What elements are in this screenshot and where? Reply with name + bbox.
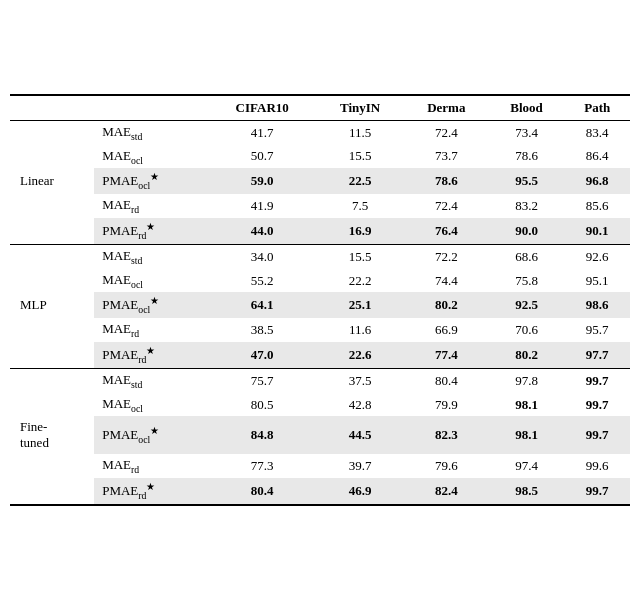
method-label: MAErd (94, 318, 208, 342)
value-cell: 98.1 (489, 416, 565, 454)
value-cell: 80.4 (208, 478, 316, 505)
group-label: MLP (10, 292, 94, 318)
value-cell: 37.5 (316, 369, 404, 393)
value-cell: 70.6 (489, 318, 565, 342)
table-row: PMAErd★47.022.677.480.297.7 (10, 342, 630, 368)
value-cell: 83.4 (564, 121, 630, 145)
table-row: MAEocl55.222.274.475.895.1 (10, 269, 630, 293)
value-cell: 80.5 (208, 393, 316, 417)
value-cell: 96.8 (564, 168, 630, 194)
value-cell: 98.1 (489, 393, 565, 417)
group-label (10, 318, 94, 342)
method-label: PMAEocl★ (94, 168, 208, 194)
col-empty2 (94, 95, 208, 121)
value-cell: 99.7 (564, 393, 630, 417)
group-label (10, 342, 94, 368)
value-cell: 97.4 (489, 454, 565, 478)
table-row: MAEstd41.711.572.473.483.4 (10, 121, 630, 145)
value-cell: 66.9 (404, 318, 489, 342)
value-cell: 42.8 (316, 393, 404, 417)
value-cell: 75.7 (208, 369, 316, 393)
value-cell: 99.6 (564, 454, 630, 478)
group-label: Linear (10, 168, 94, 194)
table-row: PMAErd★80.446.982.498.599.7 (10, 478, 630, 505)
value-cell: 16.9 (316, 218, 404, 244)
group-label (10, 269, 94, 293)
method-label: MAEocl (94, 145, 208, 169)
table-row: MAEstd34.015.572.268.692.6 (10, 245, 630, 269)
value-cell: 41.7 (208, 121, 316, 145)
value-cell: 75.8 (489, 269, 565, 293)
col-cifar10: CIFAR10 (208, 95, 316, 121)
value-cell: 44.5 (316, 416, 404, 454)
value-cell: 98.5 (489, 478, 565, 505)
value-cell: 98.6 (564, 292, 630, 318)
value-cell: 76.4 (404, 218, 489, 244)
method-label: MAEstd (94, 121, 208, 145)
col-empty1 (10, 95, 94, 121)
value-cell: 83.2 (489, 194, 565, 218)
group-label (10, 121, 94, 145)
method-label: MAEocl (94, 269, 208, 293)
value-cell: 55.2 (208, 269, 316, 293)
value-cell: 80.2 (489, 342, 565, 368)
value-cell: 11.5 (316, 121, 404, 145)
value-cell: 72.4 (404, 194, 489, 218)
value-cell: 38.5 (208, 318, 316, 342)
value-cell: 39.7 (316, 454, 404, 478)
method-label: MAEstd (94, 369, 208, 393)
table-row: MAEocl50.715.573.778.686.4 (10, 145, 630, 169)
method-label: PMAErd★ (94, 342, 208, 368)
results-table: CIFAR10 TinyIN Derma Blood Path MAEstd41… (10, 94, 630, 506)
value-cell: 78.6 (404, 168, 489, 194)
value-cell: 22.6 (316, 342, 404, 368)
table-row: MAErd38.511.666.970.695.7 (10, 318, 630, 342)
method-label: MAEocl (94, 393, 208, 417)
value-cell: 25.1 (316, 292, 404, 318)
method-label: MAErd (94, 194, 208, 218)
table-row: LinearPMAEocl★59.022.578.695.596.8 (10, 168, 630, 194)
value-cell: 44.0 (208, 218, 316, 244)
value-cell: 90.0 (489, 218, 565, 244)
group-label (10, 369, 94, 393)
table-container: CIFAR10 TinyIN Derma Blood Path MAEstd41… (10, 94, 630, 506)
value-cell: 92.5 (489, 292, 565, 318)
value-cell: 11.6 (316, 318, 404, 342)
group-label (10, 218, 94, 244)
value-cell: 74.4 (404, 269, 489, 293)
value-cell: 50.7 (208, 145, 316, 169)
group-label (10, 393, 94, 417)
table-row: MAEocl80.542.879.998.199.7 (10, 393, 630, 417)
value-cell: 72.4 (404, 121, 489, 145)
table-row: MAEstd75.737.580.497.899.7 (10, 369, 630, 393)
group-label (10, 145, 94, 169)
value-cell: 84.8 (208, 416, 316, 454)
value-cell: 95.5 (489, 168, 565, 194)
value-cell: 47.0 (208, 342, 316, 368)
value-cell: 41.9 (208, 194, 316, 218)
table-row: Fine-tunedPMAEocl★84.844.582.398.199.7 (10, 416, 630, 454)
value-cell: 73.7 (404, 145, 489, 169)
value-cell: 99.7 (564, 416, 630, 454)
method-label: PMAErd★ (94, 478, 208, 505)
value-cell: 79.6 (404, 454, 489, 478)
value-cell: 73.4 (489, 121, 565, 145)
col-blood: Blood (489, 95, 565, 121)
table-row: MAErd41.97.572.483.285.6 (10, 194, 630, 218)
value-cell: 99.7 (564, 478, 630, 505)
group-label (10, 454, 94, 478)
col-tinyin: TinyIN (316, 95, 404, 121)
value-cell: 86.4 (564, 145, 630, 169)
value-cell: 7.5 (316, 194, 404, 218)
value-cell: 95.1 (564, 269, 630, 293)
value-cell: 99.7 (564, 369, 630, 393)
value-cell: 64.1 (208, 292, 316, 318)
value-cell: 90.1 (564, 218, 630, 244)
method-label: MAEstd (94, 245, 208, 269)
value-cell: 59.0 (208, 168, 316, 194)
value-cell: 22.2 (316, 269, 404, 293)
group-label: Fine-tuned (10, 416, 94, 454)
value-cell: 72.2 (404, 245, 489, 269)
value-cell: 80.2 (404, 292, 489, 318)
value-cell: 22.5 (316, 168, 404, 194)
